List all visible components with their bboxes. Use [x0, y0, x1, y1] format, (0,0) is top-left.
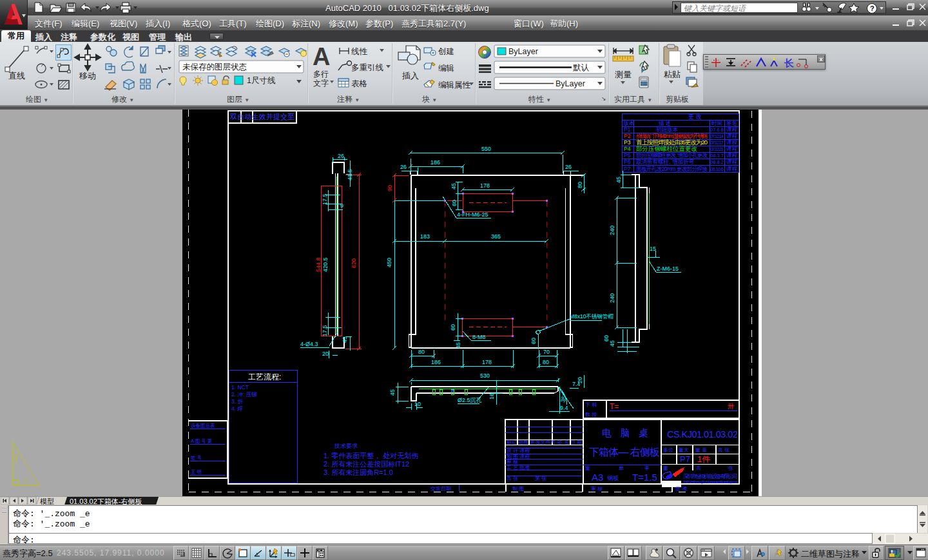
svg-text:设 计: 设 计: [507, 448, 518, 454]
svg-text:谭程: 谭程: [726, 146, 738, 152]
svg-text:4-Ø4.3: 4-Ø4.3: [300, 341, 318, 347]
svg-text:标记 处数 更改文件号 签 名 日 期: 标记 处数 更改文件号 签 名 日 期: [507, 439, 582, 445]
svg-text:工艺流程:: 工艺流程:: [248, 372, 281, 381]
svg-text:186: 186: [430, 159, 440, 166]
svg-text:多位: 多位: [663, 447, 673, 453]
svg-text:1. NCT: 1. NCT: [231, 384, 249, 391]
svg-text:07.12.21: 07.12.21: [710, 146, 724, 152]
svg-text:部分压铆螺柱位置更改: 部分压铆螺柱位置更改: [636, 145, 698, 152]
svg-text:设备图总表: 设备图总表: [191, 423, 215, 429]
svg-text:178: 178: [482, 359, 492, 365]
svg-text:下箱体— 右侧板: 下箱体— 右侧板: [589, 447, 660, 458]
svg-text:更 改: 更 改: [688, 113, 702, 120]
svg-text:P2: P2: [624, 133, 631, 139]
svg-text:365: 365: [491, 233, 501, 240]
svg-text:60: 60: [530, 338, 537, 344]
svg-text:钢板: 钢板: [607, 475, 619, 481]
svg-text:26: 26: [400, 164, 407, 170]
svg-text:Ø2.5沉孔: Ø2.5沉孔: [458, 397, 482, 403]
svg-text:1. 零件表面平整， 处对无划伤: 1. 零件表面平整， 处对无划伤: [324, 452, 418, 459]
svg-text:A: A: [313, 43, 330, 70]
svg-text:谭程: 谭程: [519, 448, 530, 454]
svg-text:420.5: 420.5: [322, 257, 329, 272]
svg-text:3. 所有未注圆角R=1.0: 3. 所有未注圆角R=1.0: [324, 468, 393, 476]
svg-text:制 图: 制 图: [512, 486, 524, 492]
svg-text:谭程: 谭程: [726, 133, 738, 139]
svg-text:双自动生效并提交至: 双自动生效并提交至: [229, 113, 295, 121]
svg-text:08.10.6: 08.10.6: [710, 166, 724, 172]
svg-text:谭程: 谭程: [726, 152, 738, 159]
svg-text:王 明: 王 明: [191, 469, 202, 475]
svg-text:240: 240: [609, 293, 615, 303]
svg-text:数 控: 数 控: [585, 412, 597, 418]
svg-text:15: 15: [650, 246, 656, 252]
svg-text:70: 70: [543, 349, 550, 355]
svg-text:谭程: 谭程: [726, 139, 738, 146]
svg-text:CS.KJ01.01.03.02: CS.KJ01.01.03.02: [667, 429, 738, 439]
svg-text:谭程: 谭程: [726, 126, 738, 133]
svg-text:450: 450: [386, 258, 392, 267]
svg-text:07.6.8: 07.6.8: [710, 127, 724, 133]
svg-text:41.5: 41.5: [347, 169, 353, 180]
svg-text:重: 重: [662, 465, 668, 471]
svg-text:多重引线: 多重引线: [351, 63, 383, 72]
svg-text:审 核: 审 核: [507, 459, 518, 465]
svg-text:550: 550: [481, 146, 491, 152]
svg-text:第 张: 第 张: [535, 476, 546, 481]
svg-text:面板开孔改20mm 更改部分焊接: 面板开孔改20mm 更改部分焊接: [636, 166, 708, 172]
svg-text:2. 冲: 压铆: 2. 冲: 压铆: [231, 391, 257, 398]
svg-text:文字: 文字: [313, 79, 329, 88]
svg-text:07.12.14: 07.12.14: [710, 133, 724, 139]
svg-text:长: 长: [784, 57, 794, 68]
svg-text:T=: T=: [610, 402, 619, 411]
svg-text:?: ?: [870, 5, 875, 12]
svg-text:多行: 多行: [313, 70, 329, 79]
svg-text:P1: P1: [624, 126, 631, 133]
svg-text:粘贴: 粘贴: [664, 70, 681, 79]
svg-text:240: 240: [609, 226, 615, 235]
svg-text:电脑桌: 电脑桌: [602, 427, 648, 438]
svg-text:17.5: 17.5: [322, 193, 328, 205]
svg-text:45: 45: [615, 177, 622, 183]
svg-text:批 准: 批 准: [675, 486, 687, 492]
svg-text:08.3.7: 08.3.7: [710, 153, 724, 159]
svg-text:07.12.17: 07.12.17: [710, 140, 724, 146]
svg-text:P6: P6: [624, 159, 631, 165]
svg-text:表格: 表格: [351, 79, 367, 88]
svg-text:80: 80: [577, 182, 583, 188]
svg-text:批准: 批准: [519, 465, 530, 470]
svg-text:45: 45: [609, 340, 615, 347]
svg-text:8-M8: 8-M8: [472, 334, 486, 340]
svg-text:9: 9: [340, 202, 343, 209]
svg-text:20: 20: [577, 377, 583, 383]
svg-text:重大: 重大: [678, 447, 689, 453]
svg-text:45: 45: [389, 389, 396, 396]
svg-text:描 述: 描 述: [659, 120, 671, 126]
svg-text:26: 26: [338, 153, 344, 159]
svg-text:T=1.5: T=1.5: [632, 472, 657, 483]
svg-text:P7: P7: [680, 454, 690, 464]
svg-text:P7: P7: [624, 166, 631, 172]
svg-text:谭程: 谭程: [726, 166, 738, 172]
svg-text:60: 60: [450, 324, 456, 331]
svg-text:90: 90: [387, 185, 393, 191]
svg-text:530: 530: [480, 372, 490, 379]
svg-text:SHENZHEN HengTuo Mechanical an: SHENZHEN HengTuo Mechanical and Electric…: [683, 480, 738, 484]
svg-text:P5: P5: [624, 152, 631, 159]
svg-text:620: 620: [351, 258, 357, 268]
svg-text:谭程: 谭程: [726, 159, 738, 165]
svg-text:部分压铆螺柱更改, 增加小孔更改: 部分压铆螺柱更改, 增加小孔更改: [636, 152, 708, 159]
svg-text:插入: 插入: [401, 71, 419, 81]
svg-text:9.4: 9.4: [560, 405, 568, 411]
svg-text:初始版本: 初始版本: [656, 126, 679, 133]
svg-text:取消所有螺柱, 增加折弯: 取消所有螺柱, 增加折弯: [636, 159, 695, 165]
svg-text:测量: 测量: [615, 70, 632, 79]
svg-text:重: 重: [585, 465, 590, 471]
svg-text:审 核: 审 核: [591, 486, 603, 492]
svg-text:M8x10不锈钢管帽: M8x10不锈钢管帽: [570, 313, 614, 320]
svg-text:A 图 号 更: A 图 号 更: [191, 438, 213, 444]
svg-text:Z-M6-15: Z-M6-15: [657, 266, 679, 272]
svg-text:未保存的图层状态: 未保存的图层状态: [182, 63, 247, 72]
svg-text:时间: 时间: [711, 120, 722, 126]
svg-text:签名: 签名: [726, 120, 737, 126]
